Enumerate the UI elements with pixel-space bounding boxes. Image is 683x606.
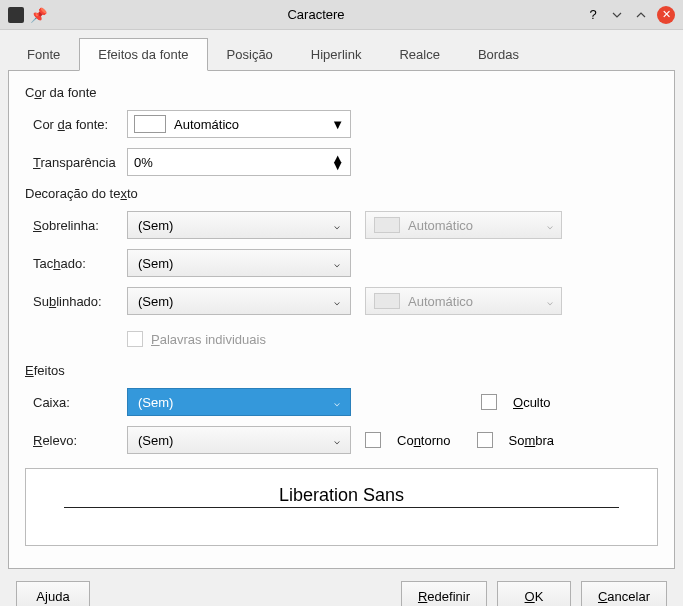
relief-label: Relevo: [25, 433, 127, 448]
font-color-select[interactable]: Automático ▼ [127, 110, 351, 138]
reset-button[interactable]: Redefinir [401, 581, 487, 606]
overline-select[interactable]: (Sem) ⌵ [127, 211, 351, 239]
underline-label: Sublinhado: [25, 294, 127, 309]
help-button[interactable]: Ajuda [16, 581, 90, 606]
tab-efeitos-fonte[interactable]: Efeitos da fonte [79, 38, 207, 71]
tab-fonte[interactable]: Fonte [8, 38, 79, 70]
individual-words-checkbox [127, 331, 143, 347]
close-icon[interactable]: ✕ [657, 6, 675, 24]
outline-checkbox[interactable] [365, 432, 381, 448]
case-label: Caixa: [25, 395, 127, 410]
chevron-down-icon: ⌵ [334, 397, 340, 408]
preview-text: Liberation Sans [279, 485, 404, 506]
chevron-down-icon: ⌵ [547, 296, 553, 307]
window-title: Caractere [47, 7, 585, 22]
help-icon[interactable]: ? [585, 7, 601, 23]
preview-box: Liberation Sans [25, 468, 658, 546]
hidden-label[interactable]: Oculto [513, 395, 551, 410]
color-swatch-icon [374, 217, 400, 233]
titlebar: 📌 Caractere ? ✕ [0, 0, 683, 30]
chevron-down-icon: ⌵ [334, 435, 340, 446]
section-header-cor: Cor da fonte [25, 85, 658, 100]
cancel-button[interactable]: Cancelar [581, 581, 667, 606]
color-swatch-icon [134, 115, 166, 133]
chevron-down-icon[interactable] [609, 7, 625, 23]
tab-realce[interactable]: Realce [380, 38, 458, 70]
chevron-up-icon[interactable] [633, 7, 649, 23]
underline-select[interactable]: (Sem) ⌵ [127, 287, 351, 315]
chevron-down-icon: ⌵ [547, 220, 553, 231]
tabs: Fonte Efeitos da fonte Posição Hiperlink… [8, 30, 675, 71]
outline-label[interactable]: Contorno [397, 433, 451, 448]
tab-hiperlink[interactable]: Hiperlink [292, 38, 381, 70]
app-icon [8, 7, 24, 23]
strikethrough-select[interactable]: (Sem) ⌵ [127, 249, 351, 277]
font-color-label: Cor da fonte: [25, 117, 127, 132]
transparency-spinner[interactable]: 0% ▲▼ [127, 148, 351, 176]
hidden-checkbox[interactable] [481, 394, 497, 410]
shadow-label[interactable]: Sombra [509, 433, 555, 448]
ok-button[interactable]: OK [497, 581, 571, 606]
tab-bordas[interactable]: Bordas [459, 38, 538, 70]
footer: Ajuda Redefinir OK Cancelar [0, 569, 683, 606]
section-header-efeitos: Efeitos [25, 363, 658, 378]
tab-content: Cor da fonte Cor da fonte: Automático ▼ … [8, 71, 675, 569]
case-select[interactable]: (Sem) ⌵ [127, 388, 351, 416]
tab-posicao[interactable]: Posição [208, 38, 292, 70]
transparency-label: Transparência [25, 155, 127, 170]
shadow-checkbox[interactable] [477, 432, 493, 448]
relief-select[interactable]: (Sem) ⌵ [127, 426, 351, 454]
chevron-down-icon: ⌵ [334, 258, 340, 269]
spinner-buttons[interactable]: ▲▼ [331, 155, 344, 169]
pin-icon[interactable]: 📌 [30, 7, 47, 23]
individual-words-label: Palavras individuais [151, 332, 266, 347]
color-swatch-icon [374, 293, 400, 309]
dropdown-arrow-icon: ▼ [331, 117, 344, 132]
underline-color-select: Automático ⌵ [365, 287, 562, 315]
chevron-down-icon: ⌵ [334, 220, 340, 231]
chevron-down-icon: ⌵ [334, 296, 340, 307]
strikethrough-label: Tachado: [25, 256, 127, 271]
section-header-deco: Decoração do texto [25, 186, 658, 201]
overline-label: Sobrelinha: [25, 218, 127, 233]
overline-color-select: Automático ⌵ [365, 211, 562, 239]
